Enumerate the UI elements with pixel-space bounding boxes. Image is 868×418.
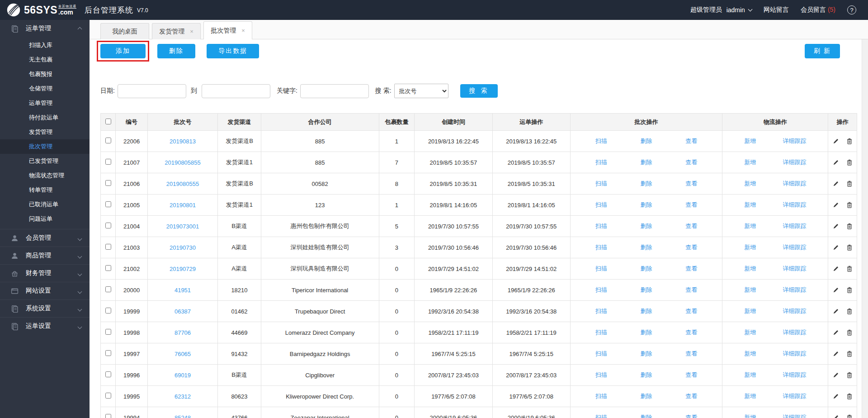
date-from-input[interactable] [118,84,186,98]
track-detail-link[interactable]: 详细跟踪 [783,307,807,315]
scan-link[interactable]: 扫描 [595,180,607,188]
track-detail-link[interactable]: 详细跟踪 [783,158,807,166]
sidebar-item[interactable]: 仓储管理 [0,81,90,96]
scan-link[interactable]: 扫描 [595,350,607,358]
add-logistics-link[interactable]: 新增 [744,222,756,230]
row-checkbox[interactable] [105,201,111,207]
row-checkbox[interactable] [105,350,111,356]
row-checkbox[interactable] [105,138,111,143]
scan-link[interactable]: 扫描 [595,413,607,418]
scrollbar-track[interactable] [862,39,868,418]
batch-no-link[interactable]: 76065 [175,351,191,357]
row-checkbox[interactable] [105,286,111,292]
scan-link[interactable]: 扫描 [595,137,607,145]
view-link[interactable]: 查看 [685,222,697,230]
row-checkbox[interactable] [105,180,111,186]
add-logistics-link[interactable]: 新增 [744,137,756,145]
sidebar-group-header[interactable]: 会员管理 [0,229,90,247]
delete-link[interactable]: 删除 [641,137,652,145]
sidebar-item[interactable]: 发货管理 [0,125,90,139]
add-logistics-link[interactable]: 新增 [744,286,756,294]
scan-link[interactable]: 扫描 [595,243,607,252]
tab-active[interactable]: 批次管理× [203,21,252,39]
delete-link[interactable]: 删除 [641,328,652,337]
edit-icon[interactable] [832,286,840,294]
view-link[interactable]: 查看 [685,413,697,418]
row-checkbox[interactable] [105,371,111,377]
view-link[interactable]: 查看 [685,201,697,209]
keyword-input[interactable] [300,84,369,98]
sidebar-item[interactable]: 问题运单 [0,212,90,226]
batch-no-link[interactable]: 69019 [175,372,191,379]
trash-icon[interactable] [846,223,853,230]
row-checkbox[interactable] [105,393,111,399]
sidebar-item[interactable]: 包裹预报 [0,67,90,81]
view-link[interactable]: 查看 [685,158,697,166]
view-link[interactable]: 查看 [685,328,697,337]
scan-link[interactable]: 扫描 [595,265,607,273]
edit-icon[interactable] [832,308,840,315]
delete-link[interactable]: 删除 [641,371,652,379]
trash-icon[interactable] [846,244,853,251]
add-logistics-link[interactable]: 新增 [744,180,756,188]
view-link[interactable]: 查看 [685,307,697,315]
track-detail-link[interactable]: 详细跟踪 [783,413,807,418]
track-detail-link[interactable]: 详细跟踪 [783,392,807,400]
batch-no-link[interactable]: 62312 [175,393,191,400]
batch-no-link[interactable]: 20190801 [170,202,196,209]
trash-icon[interactable] [846,201,853,209]
refresh-button[interactable]: 刷 新 [805,44,840,58]
delete-link[interactable]: 删除 [641,265,652,273]
search-type-select[interactable]: 批次号 [394,84,448,98]
add-logistics-link[interactable]: 新增 [744,392,756,400]
row-checkbox[interactable] [105,159,111,165]
track-detail-link[interactable]: 详细跟踪 [783,286,807,294]
track-detail-link[interactable]: 详细跟踪 [783,222,807,230]
export-button[interactable]: 导出数据 [207,44,259,58]
row-checkbox[interactable] [105,329,111,335]
add-logistics-link[interactable]: 新增 [744,201,756,209]
scan-link[interactable]: 扫描 [595,307,607,315]
edit-icon[interactable] [832,393,840,400]
delete-link[interactable]: 删除 [641,350,652,358]
sidebar-group-header[interactable]: 运单管理 [0,20,90,37]
batch-no-link[interactable]: 85248 [175,414,191,418]
track-detail-link[interactable]: 详细跟踪 [783,350,807,358]
add-logistics-link[interactable]: 新增 [744,328,756,337]
user-menu[interactable]: 超级管理员 iadmin [690,6,752,14]
row-checkbox[interactable] [105,244,111,250]
sidebar-group-header[interactable]: 系统设置 [0,300,90,317]
delete-button[interactable]: 删除 [157,44,195,58]
trash-icon[interactable] [846,180,853,187]
sidebar-item[interactable]: 无主包裹 [0,52,90,67]
view-link[interactable]: 查看 [685,392,697,400]
edit-icon[interactable] [832,329,840,336]
sidebar-item[interactable]: 物流状态管理 [0,168,90,183]
batch-no-link[interactable]: 41951 [175,287,191,294]
tab-item[interactable]: 我的桌面 [100,23,149,39]
delete-link[interactable]: 删除 [641,413,652,418]
select-all-checkbox[interactable] [105,119,111,124]
view-link[interactable]: 查看 [685,265,697,273]
view-link[interactable]: 查看 [685,371,697,379]
scan-link[interactable]: 扫描 [595,392,607,400]
tab-item[interactable]: 发货管理× [152,23,201,39]
sidebar-item[interactable]: 扫描入库 [0,38,90,52]
sidebar-group-header[interactable]: 网站设置 [0,282,90,299]
delete-link[interactable]: 删除 [641,243,652,252]
tab-close-icon[interactable]: × [241,28,245,33]
add-logistics-link[interactable]: 新增 [744,158,756,166]
search-button[interactable]: 搜 索 [460,84,498,98]
track-detail-link[interactable]: 详细跟踪 [783,265,807,273]
edit-icon[interactable] [832,138,840,145]
batch-no-link[interactable]: 2019080555 [166,180,199,187]
add-logistics-link[interactable]: 新增 [744,265,756,273]
delete-link[interactable]: 删除 [641,158,652,166]
trash-icon[interactable] [846,414,853,418]
delete-link[interactable]: 删除 [641,286,652,294]
trash-icon[interactable] [846,265,853,272]
batch-no-link[interactable]: 06387 [175,308,191,315]
view-link[interactable]: 查看 [685,137,697,145]
delete-link[interactable]: 删除 [641,201,652,209]
sidebar-item[interactable]: 转单管理 [0,183,90,197]
